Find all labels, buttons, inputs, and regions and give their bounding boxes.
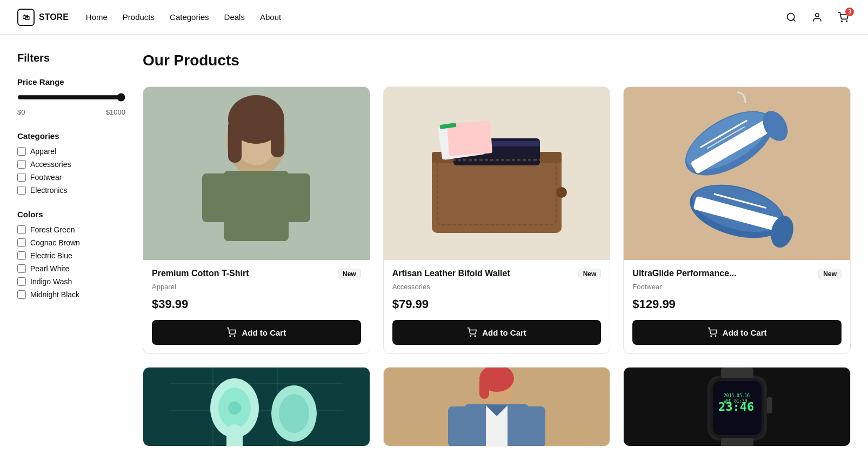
product-image-6: 23:46 2015.05.16 WED 01:30 bbox=[624, 368, 850, 446]
category-footwear-label: Footwear bbox=[30, 173, 62, 182]
product-card-4 bbox=[143, 367, 370, 446]
nav-actions: 3 bbox=[784, 10, 851, 25]
product-category-3: Footwear bbox=[632, 283, 842, 291]
earbuds-illustration bbox=[170, 368, 343, 446]
svg-point-15 bbox=[235, 336, 236, 337]
svg-rect-70 bbox=[721, 438, 753, 446]
product-image-1 bbox=[143, 87, 370, 260]
product-price-1: $39.99 bbox=[152, 297, 361, 311]
cart-icon-1 bbox=[226, 328, 236, 337]
add-to-cart-label-1: Add to Cart bbox=[242, 328, 286, 337]
account-button[interactable] bbox=[810, 10, 825, 25]
color-midnight-black-checkbox[interactable] bbox=[17, 290, 26, 299]
nav-categories[interactable]: Categories bbox=[170, 10, 209, 24]
filters-heading: Filters bbox=[17, 52, 125, 64]
watch-illustration: 23:46 2015.05.16 WED 01:30 bbox=[651, 368, 824, 446]
category-apparel[interactable]: Apparel bbox=[17, 147, 125, 156]
svg-rect-9 bbox=[281, 173, 310, 222]
product-price-3: $129.99 bbox=[632, 297, 842, 311]
nav-deals[interactable]: Deals bbox=[224, 10, 245, 24]
category-footwear-checkbox[interactable] bbox=[17, 173, 26, 182]
category-accessories[interactable]: Accessories bbox=[17, 160, 125, 169]
nav-home[interactable]: Home bbox=[86, 10, 108, 24]
svg-text:WED 01:30: WED 01:30 bbox=[724, 399, 747, 404]
color-electric-blue-checkbox[interactable] bbox=[17, 251, 26, 260]
product-info-2: Artisan Leather Bifold Wallet New Access… bbox=[384, 260, 610, 320]
svg-point-2 bbox=[816, 13, 819, 17]
nav-products[interactable]: Products bbox=[123, 10, 155, 24]
store-name: STORE bbox=[39, 12, 69, 22]
cart-icon-2 bbox=[467, 328, 477, 337]
svg-point-4 bbox=[846, 21, 847, 22]
categories-label: Categories bbox=[17, 131, 125, 141]
color-midnight-black-label: Midnight Black bbox=[30, 290, 79, 299]
svg-point-14 bbox=[230, 336, 231, 337]
svg-rect-69 bbox=[721, 368, 753, 378]
svg-point-40 bbox=[711, 336, 712, 337]
category-accessories-checkbox[interactable] bbox=[17, 160, 26, 169]
categories-filter: Categories Apparel Accessories Footwear … bbox=[17, 131, 125, 195]
svg-rect-7 bbox=[224, 171, 289, 241]
color-forest-green[interactable]: Forest Green bbox=[17, 225, 125, 234]
svg-point-24 bbox=[556, 187, 567, 198]
svg-point-26 bbox=[470, 336, 471, 337]
navbar: 🛍 STORE Home Products Categories Deals A… bbox=[0, 0, 868, 35]
product-card-3: UltraGlide Performance... New Footwear $… bbox=[623, 86, 851, 354]
svg-point-3 bbox=[842, 21, 843, 22]
color-cognac-brown[interactable]: Cognac Brown bbox=[17, 238, 125, 247]
add-to-cart-label-3: Add to Cart bbox=[723, 328, 767, 337]
product-card-6: 23:46 2015.05.16 WED 01:30 bbox=[623, 367, 851, 446]
main-content: Our Products bbox=[143, 52, 851, 446]
colors-label: Colors bbox=[17, 210, 125, 219]
color-pearl-white-checkbox[interactable] bbox=[17, 264, 26, 273]
add-to-cart-label-2: Add to Cart bbox=[482, 328, 526, 337]
product-card-2: Artisan Leather Bifold Wallet New Access… bbox=[383, 86, 611, 354]
color-cognac-brown-checkbox[interactable] bbox=[17, 238, 26, 247]
search-button[interactable] bbox=[784, 10, 799, 25]
color-forest-green-checkbox[interactable] bbox=[17, 225, 26, 234]
add-to-cart-button-3[interactable]: Add to Cart bbox=[632, 320, 842, 345]
svg-rect-58 bbox=[448, 406, 472, 446]
product-card-1: Premium Cotton T-Shirt New Apparel $39.9… bbox=[143, 86, 370, 354]
product-image-2 bbox=[384, 87, 610, 260]
store-logo-icon: 🛍 bbox=[17, 9, 35, 26]
svg-point-52 bbox=[279, 394, 309, 433]
category-electronics[interactable]: Electronics bbox=[17, 186, 125, 195]
color-indigo-wash[interactable]: Indigo Wash bbox=[17, 277, 125, 286]
product-header-3: UltraGlide Performance... New bbox=[632, 269, 842, 279]
color-indigo-wash-checkbox[interactable] bbox=[17, 277, 26, 286]
product-image-5 bbox=[384, 368, 610, 446]
price-range-slider[interactable] bbox=[17, 93, 125, 102]
product-info-3: UltraGlide Performance... New Footwear $… bbox=[624, 260, 850, 320]
add-to-cart-button-1[interactable]: Add to Cart bbox=[152, 320, 361, 345]
colors-filter: Colors Forest Green Cognac Brown Electri… bbox=[17, 210, 125, 299]
product-price-2: $79.99 bbox=[392, 297, 602, 311]
color-forest-green-label: Forest Green bbox=[30, 225, 75, 234]
tshirt-illustration bbox=[170, 87, 343, 260]
color-pearl-white-label: Pearl White bbox=[30, 264, 69, 273]
svg-rect-56 bbox=[479, 377, 489, 399]
cart-button[interactable]: 3 bbox=[836, 10, 851, 25]
category-footwear[interactable]: Footwear bbox=[17, 173, 125, 182]
jacket-illustration bbox=[410, 368, 583, 446]
page-layout: Filters Price Range $0 $1000 Categories … bbox=[0, 35, 868, 464]
category-electronics-checkbox[interactable] bbox=[17, 186, 26, 195]
nav-about[interactable]: About bbox=[260, 10, 281, 24]
search-icon bbox=[786, 12, 797, 23]
category-apparel-checkbox[interactable] bbox=[17, 147, 26, 156]
nav-logo: 🛍 STORE bbox=[17, 9, 69, 26]
add-to-cart-button-2[interactable]: Add to Cart bbox=[392, 320, 602, 345]
product-info-1: Premium Cotton T-Shirt New Apparel $39.9… bbox=[143, 260, 370, 320]
product-badge-2: New bbox=[578, 269, 602, 279]
color-electric-blue[interactable]: Electric Blue bbox=[17, 251, 125, 260]
category-apparel-label: Apparel bbox=[30, 147, 56, 156]
category-accessories-label: Accessories bbox=[30, 160, 71, 169]
svg-text:2015.05.16: 2015.05.16 bbox=[724, 393, 750, 398]
product-card-5 bbox=[383, 367, 611, 446]
product-category-2: Accessories bbox=[392, 283, 602, 291]
product-badge-3: New bbox=[818, 269, 842, 279]
product-name-2: Artisan Leather Bifold Wallet bbox=[392, 269, 510, 278]
color-indigo-wash-label: Indigo Wash bbox=[30, 277, 72, 286]
color-pearl-white[interactable]: Pearl White bbox=[17, 264, 125, 273]
color-midnight-black[interactable]: Midnight Black bbox=[17, 290, 125, 299]
